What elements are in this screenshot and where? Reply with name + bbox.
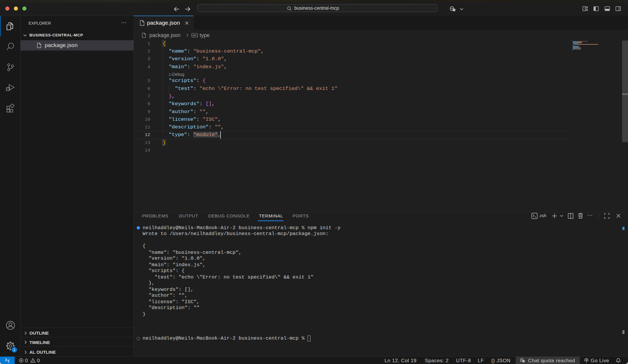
- svg-text:abc: abc: [193, 34, 197, 37]
